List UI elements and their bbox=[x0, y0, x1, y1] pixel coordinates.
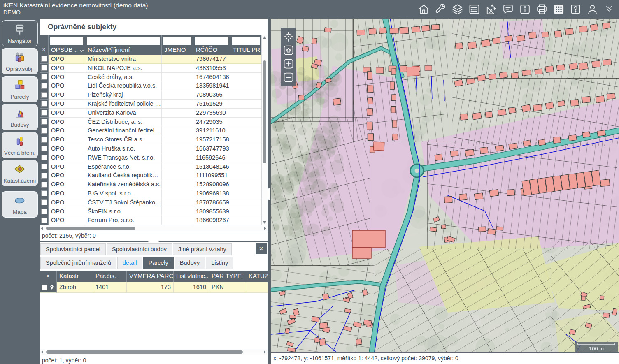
wrench-icon[interactable] bbox=[433, 2, 448, 16]
tab-parcely[interactable]: Parcely bbox=[143, 257, 173, 269]
map-canvas[interactable] bbox=[271, 19, 619, 352]
scroll-left-arrow[interactable] bbox=[41, 350, 43, 354]
scroll-left-arrow[interactable] bbox=[41, 227, 43, 230]
parcels-column-4[interactable]: List vlatnic... bbox=[174, 271, 209, 282]
zoom-in-button[interactable] bbox=[282, 58, 295, 70]
home-icon[interactable] bbox=[416, 2, 431, 16]
subject-row[interactable]: OPOMinisterstvo vnitra798674177 bbox=[40, 55, 262, 64]
row-checkbox[interactable] bbox=[41, 83, 47, 89]
grid-icon[interactable] bbox=[551, 2, 566, 16]
subject-row[interactable]: OPOB G V spol. s r.o.1906969138 bbox=[40, 189, 262, 198]
parcels-column-0[interactable]: × bbox=[40, 271, 57, 282]
sort-chevron-icon[interactable] bbox=[79, 47, 84, 52]
subject-row[interactable]: OPOLidl Česká republika v.o.s.1335981941 bbox=[40, 81, 262, 90]
scroll-right-arrow[interactable] bbox=[264, 350, 266, 354]
row-checkbox[interactable] bbox=[41, 146, 47, 151]
panel-resize-grip[interactable] bbox=[148, 241, 159, 242]
scroll-down-arrow[interactable] bbox=[263, 221, 266, 224]
filter-input-opsub[interactable] bbox=[50, 37, 83, 45]
column-header-name[interactable]: Název/Příjmení bbox=[85, 35, 162, 55]
row-checkbox[interactable] bbox=[41, 56, 47, 62]
row-checkbox[interactable] bbox=[41, 101, 47, 107]
row-checkbox[interactable] bbox=[41, 199, 47, 205]
parcels-column-2[interactable]: Par.čís. bbox=[93, 271, 127, 282]
row-checkbox[interactable] bbox=[41, 218, 47, 223]
subject-row[interactable]: OPONIKOL NÁPOJE a.s.438310553 bbox=[40, 64, 262, 73]
comment-icon[interactable] bbox=[500, 2, 515, 16]
tab-budovy[interactable]: Budovy bbox=[175, 257, 205, 269]
locate-button[interactable] bbox=[282, 30, 295, 43]
subject-row[interactable]: OPORWE Transgas Net, s.r.o.116592646 bbox=[40, 153, 262, 162]
subject-row[interactable]: OPOČSTV TJ Sokol Štěpánkovic...187878665… bbox=[40, 198, 262, 207]
filter-input-name[interactable] bbox=[87, 37, 160, 45]
splitter-handle[interactable] bbox=[268, 188, 270, 200]
tab-detail[interactable]: detail bbox=[117, 257, 142, 269]
close-panel-button[interactable]: × bbox=[256, 243, 267, 254]
scroll-up-arrow[interactable] bbox=[263, 36, 266, 39]
subject-row[interactable]: OPOPlzeňský kraj70890366 bbox=[40, 90, 262, 100]
tab-jin-pr-vn-vztahy[interactable]: Jiné právní vztahy bbox=[173, 243, 232, 255]
sidebar-item-parcely[interactable]: Parcely bbox=[2, 76, 38, 102]
tab-spole-n-jm-n-man-el-[interactable]: Společné jmění manželů bbox=[40, 257, 116, 269]
sidebar-item-vecna-brem[interactable]: Věcná břem. bbox=[2, 132, 38, 158]
subject-row[interactable]: OPOTesco Stores ČR a.s.1957217158 bbox=[40, 135, 262, 144]
subject-row[interactable]: OPOAuto Hruška s.r.o.1663747793 bbox=[40, 144, 262, 153]
tab-listiny[interactable]: Listiny bbox=[206, 257, 233, 269]
subject-row[interactable]: OPOČeské dráhy, a.s.1674604136 bbox=[40, 73, 262, 82]
column-header-titul[interactable]: TITUL PR... bbox=[230, 35, 262, 55]
map-pin-icon[interactable] bbox=[49, 285, 55, 290]
scroll-thumb[interactable] bbox=[46, 227, 135, 230]
column-header-jmeno[interactable]: JMENO bbox=[162, 35, 193, 55]
info-icon[interactable] bbox=[517, 2, 532, 16]
subject-row[interactable]: OPOKaufland Česká republika v...11110995… bbox=[40, 171, 262, 180]
sidebar-item-oprav-subj[interactable]: Opráv.subj. bbox=[2, 48, 38, 74]
column-header-opsub[interactable]: OPSUB .. bbox=[49, 35, 85, 55]
row-checkbox[interactable] bbox=[41, 173, 47, 179]
subject-row[interactable]: OPOFerrum Pro, s.r.o.1866098267 bbox=[40, 216, 262, 225]
row-checkbox[interactable] bbox=[41, 209, 47, 214]
row-checkbox[interactable] bbox=[41, 164, 47, 169]
row-checkbox[interactable] bbox=[41, 119, 47, 125]
measure-icon[interactable] bbox=[484, 2, 498, 16]
row-checkbox[interactable] bbox=[41, 74, 47, 80]
print-icon[interactable] bbox=[534, 2, 549, 16]
column-header-check[interactable]: × bbox=[40, 35, 49, 55]
filter-input-jmeno[interactable] bbox=[163, 37, 191, 45]
tab-spoluvlastn-ci-parcel[interactable]: Spoluvlastníci parcel bbox=[40, 243, 106, 255]
subject-row[interactable]: OPOUniverzita Karlova229735630 bbox=[40, 109, 262, 118]
scroll-right-arrow[interactable] bbox=[264, 227, 266, 230]
filter-input-rcico[interactable] bbox=[195, 37, 228, 45]
sidebar-item-navigator[interactable]: Navigátor bbox=[2, 20, 38, 46]
column-header-rcico[interactable]: RČ/IČO bbox=[193, 35, 230, 55]
row-checkbox[interactable] bbox=[42, 285, 47, 290]
sidebar-item-mapa[interactable]: Mapa bbox=[2, 191, 38, 218]
subject-row[interactable]: OPOEspérance s.r.o.1518048146 bbox=[40, 162, 262, 172]
scroll-thumb[interactable] bbox=[263, 60, 266, 163]
collapse-icon[interactable] bbox=[602, 2, 617, 16]
row-checkbox[interactable] bbox=[41, 182, 47, 188]
row-checkbox[interactable] bbox=[41, 110, 47, 116]
parcels-column-3[interactable]: VYMERA PARC... bbox=[127, 271, 174, 282]
layers-icon[interactable] bbox=[450, 2, 465, 16]
home-button[interactable] bbox=[282, 44, 295, 56]
row-checkbox[interactable] bbox=[41, 128, 47, 134]
tab-spoluvlastn-ci-budov[interactable]: Spoluvlastníci budov bbox=[107, 243, 172, 255]
sidebar-item-budovy[interactable]: Budovy bbox=[2, 104, 38, 130]
parcels-table-row[interactable]: Zbiroh14011731610PKN7915 bbox=[40, 282, 295, 293]
row-checkbox[interactable] bbox=[41, 137, 47, 143]
sidebar-item-katast-uzemi[interactable]: Katast.území bbox=[2, 160, 38, 186]
subject-row[interactable]: OPOKrajské ředitelství policie P...75151… bbox=[40, 100, 262, 109]
list-icon[interactable] bbox=[467, 2, 482, 16]
parcels-column-5[interactable]: PAR TYPE bbox=[209, 271, 246, 282]
row-checkbox[interactable] bbox=[41, 155, 47, 160]
subjects-vertical-scrollbar[interactable] bbox=[261, 35, 268, 225]
user-icon[interactable] bbox=[585, 2, 600, 16]
scroll-thumb[interactable] bbox=[46, 350, 243, 354]
subject-row[interactable]: OPOKateřinská zemědělská a.s.1528908096 bbox=[40, 180, 262, 189]
subject-row[interactable]: OPOŠkoFIN s.r.o.1809855639 bbox=[40, 207, 262, 216]
subject-row[interactable]: OPOGenerální finanční ředitelst...391211… bbox=[40, 126, 262, 135]
zoom-out-button[interactable] bbox=[282, 71, 295, 83]
filter-input-titul[interactable] bbox=[232, 37, 260, 45]
help-icon[interactable] bbox=[568, 2, 583, 16]
subjects-horizontal-scrollbar[interactable] bbox=[40, 225, 268, 231]
